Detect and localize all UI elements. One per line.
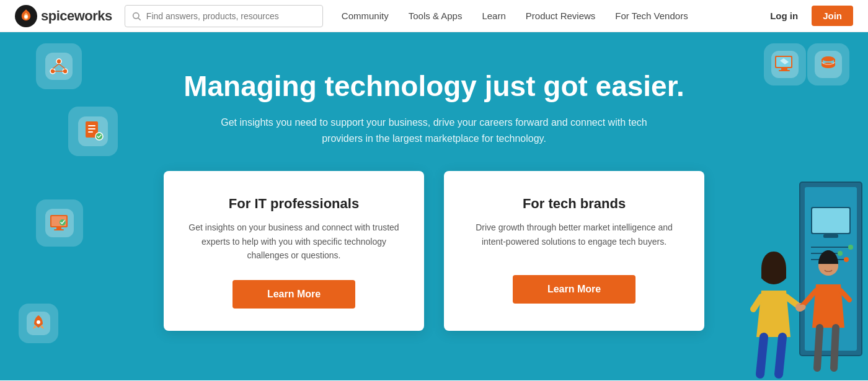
card-it-desc: Get insights on your business and connec…	[186, 221, 402, 262]
nav-tech-vendors[interactable]: For Tech Vendors	[615, 11, 688, 21]
navbar: spiceworks Community Tools & Apps Learn …	[0, 0, 868, 32]
card-brands-desc: Drive growth through better market intel…	[466, 221, 682, 258]
svg-line-3	[138, 18, 141, 20]
join-button[interactable]: Join	[812, 6, 853, 26]
cards-row: For IT professionals Get insights on you…	[0, 171, 868, 330]
hero-subtitle: Get insights you need to support your bu…	[217, 115, 651, 146]
logo-icon	[15, 5, 37, 27]
nav-tools[interactable]: Tools & Apps	[409, 11, 463, 21]
hero-section: Managing technology just got easier. Get…	[0, 32, 868, 380]
card-it-title: For IT professionals	[186, 196, 402, 212]
nav-product-reviews[interactable]: Product Reviews	[526, 11, 596, 21]
svg-point-5	[56, 59, 61, 64]
learn-more-brands-button[interactable]: Learn More	[513, 275, 636, 304]
search-bar[interactable]	[125, 5, 323, 27]
hero-title: Managing technology just got easier.	[0, 69, 868, 103]
nav-community[interactable]: Community	[342, 11, 389, 21]
card-it-professionals: For IT professionals Get insights on you…	[164, 171, 424, 330]
svg-point-1	[24, 15, 27, 18]
learn-more-it-button[interactable]: Learn More	[232, 280, 355, 309]
search-input[interactable]	[146, 11, 316, 21]
logo[interactable]: spiceworks	[15, 5, 112, 27]
nav-learn[interactable]: Learn	[482, 11, 505, 21]
search-icon	[131, 11, 141, 21]
nav-links: Community Tools & Apps Learn Product Rev…	[342, 11, 764, 21]
hero-content: Managing technology just got easier. Get…	[0, 69, 868, 331]
svg-point-2	[133, 12, 139, 18]
nav-actions: Log in Join	[764, 6, 853, 26]
logo-text: spiceworks	[41, 8, 112, 24]
card-brands-title: For tech brands	[466, 196, 682, 212]
svg-point-31	[822, 56, 835, 61]
login-button[interactable]: Log in	[764, 7, 804, 25]
card-tech-brands: For tech brands Drive growth through bet…	[444, 171, 704, 330]
